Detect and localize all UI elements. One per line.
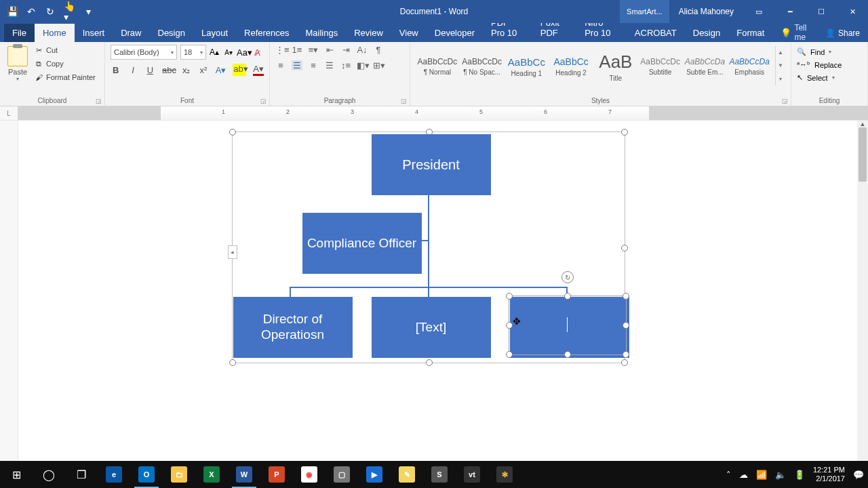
tell-me-search[interactable]: 💡Tell me <box>772 23 817 42</box>
scroll-thumb[interactable] <box>859 127 867 182</box>
style-item[interactable]: AaBbCcDaSubtle Em... <box>684 46 727 87</box>
vertical-ruler[interactable] <box>0 121 18 476</box>
clear-formatting-icon[interactable]: A̷ <box>251 47 263 58</box>
clipboard-launcher-icon[interactable]: ◲ <box>96 98 102 104</box>
multilevel-icon[interactable]: ≡▾ <box>308 45 319 55</box>
close-icon[interactable]: ✕ <box>837 0 868 23</box>
superscript-button[interactable]: x² <box>198 65 208 75</box>
clock[interactable]: 12:21 PM 2/1/2017 <box>813 466 845 483</box>
shape-handle[interactable] <box>506 351 513 358</box>
app-icon[interactable]: ✻ <box>488 461 521 488</box>
excel-icon[interactable]: X <box>195 461 228 488</box>
decrease-indent-icon[interactable]: ⇤ <box>324 45 335 55</box>
node-president[interactable]: President <box>372 134 491 195</box>
style-item[interactable]: AaBTitle <box>594 46 637 87</box>
tab-home[interactable]: Home <box>35 24 75 42</box>
format-painter-button[interactable]: 🖌Format Painter <box>34 72 96 83</box>
subscript-button[interactable]: x₂ <box>181 65 191 75</box>
font-launcher-icon[interactable]: ◲ <box>260 98 267 104</box>
replace-button[interactable]: ᵃ↔ᵇReplace <box>797 60 862 69</box>
share-button[interactable]: 👤Share <box>817 24 868 42</box>
smartart-object[interactable]: ◂ President Compliance Officer Director … <box>232 131 625 363</box>
file-explorer-icon[interactable]: 🗀 <box>163 461 195 488</box>
undo-icon[interactable]: ↶ <box>26 6 37 17</box>
tab-design[interactable]: Design <box>150 24 193 42</box>
tab-view[interactable]: View <box>391 24 427 42</box>
maximize-icon[interactable]: ☐ <box>806 0 837 23</box>
styles-launcher-icon[interactable]: ◲ <box>782 98 788 104</box>
shape-handle[interactable] <box>564 351 571 358</box>
document-area[interactable]: ◂ President Compliance Officer Director … <box>0 121 868 476</box>
save-icon[interactable]: 💾 <box>7 6 18 17</box>
bold-button[interactable]: B <box>111 65 121 75</box>
tab-selector[interactable]: L <box>0 106 18 120</box>
strikethrough-button[interactable]: abc <box>162 65 174 75</box>
minimize-icon[interactable]: ━ <box>774 0 806 23</box>
tray-overflow-icon[interactable]: ˄ <box>726 470 731 480</box>
node-compliance[interactable]: Compliance Officer <box>302 213 422 274</box>
ribbon-display-options-icon[interactable]: ▭ <box>743 0 774 23</box>
font-name-combo[interactable]: Calibri (Body)▾ <box>111 45 177 60</box>
shape-handle[interactable] <box>506 293 513 300</box>
cut-button[interactable]: ✂Cut <box>34 45 96 56</box>
wifi-icon[interactable]: 📶 <box>756 470 767 480</box>
tab-smartart-design[interactable]: Design <box>685 24 728 42</box>
italic-button[interactable]: I <box>127 65 138 75</box>
scroll-up-icon[interactable]: ▲ <box>857 121 868 127</box>
styles-gallery[interactable]: AaBbCcDc¶ NormalAaBbCcDc¶ No Spac...AaBb… <box>416 45 785 87</box>
highlight-icon[interactable]: ab▾ <box>233 64 246 76</box>
battery-icon[interactable]: 🔋 <box>794 470 805 480</box>
qat-more-icon[interactable]: ▾ <box>83 6 94 17</box>
shape-selection-frame[interactable] <box>509 296 627 355</box>
tab-developer[interactable]: Developer <box>427 24 483 42</box>
align-center-icon[interactable]: ☰ <box>292 60 302 70</box>
numbering-icon[interactable]: 1≡ <box>292 45 302 55</box>
style-item[interactable]: AaBbCcDcSubtitle <box>639 46 682 87</box>
styles-scroll[interactable]: ▲▼▾ <box>775 46 785 85</box>
sticky-notes-icon[interactable]: ✎ <box>391 461 423 488</box>
text-pane-toggle[interactable]: ◂ <box>228 245 237 259</box>
resize-handle[interactable] <box>621 245 628 251</box>
volume-icon[interactable]: 🔈 <box>775 470 786 480</box>
line-spacing-icon[interactable]: ↕≡ <box>340 60 351 70</box>
app-icon[interactable]: S <box>423 461 456 488</box>
style-item[interactable]: AaBbCcDaEmphasis <box>728 46 771 87</box>
horizontal-ruler[interactable]: L 1 2 3 4 5 6 7 <box>0 106 868 121</box>
style-item[interactable]: AaBbCcHeading 2 <box>549 46 593 87</box>
word-icon[interactable]: W <box>228 461 260 488</box>
resize-handle[interactable] <box>426 359 433 366</box>
bullets-icon[interactable]: ⋮≡ <box>275 45 286 55</box>
font-size-combo[interactable]: 18▾ <box>180 45 206 60</box>
font-color-icon[interactable]: A▾ <box>253 64 264 76</box>
shading-icon[interactable]: ◧▾ <box>357 60 368 70</box>
onedrive-icon[interactable]: ☁ <box>739 470 748 480</box>
resize-handle[interactable] <box>229 359 236 366</box>
shape-handle[interactable] <box>623 293 629 300</box>
borders-icon[interactable]: ⊞▾ <box>373 60 384 70</box>
tab-review[interactable]: Review <box>346 24 391 42</box>
shape-handle[interactable] <box>506 322 513 329</box>
select-button[interactable]: ↖Select▾ <box>797 73 862 82</box>
vertical-scrollbar[interactable]: ▲ ▼ <box>857 121 868 476</box>
edge-icon[interactable]: e <box>98 461 130 488</box>
tab-acrobat[interactable]: ACROBAT <box>627 24 685 42</box>
style-item[interactable]: AaBbCcHeading 1 <box>505 46 549 87</box>
shrink-font-icon[interactable]: A▾ <box>222 49 235 56</box>
tab-mailings[interactable]: Mailings <box>298 24 347 42</box>
app-icon[interactable]: ▢ <box>326 461 358 488</box>
paragraph-launcher-icon[interactable]: ◲ <box>401 98 407 104</box>
shape-handle[interactable] <box>623 322 629 329</box>
copy-button[interactable]: ⧉Copy <box>34 58 96 69</box>
grow-font-icon[interactable]: A▴ <box>208 47 220 57</box>
change-case-icon[interactable]: Aa▾ <box>237 47 249 58</box>
account-name[interactable]: Alicia Mahoney <box>669 7 743 16</box>
node-director-ops[interactable]: Director of Operatiosn <box>233 297 353 358</box>
rotate-handle[interactable]: ↻ <box>561 271 574 283</box>
align-left-icon[interactable]: ≡ <box>275 60 286 70</box>
start-button[interactable]: ⊞ <box>0 461 33 488</box>
chrome-icon[interactable]: ◉ <box>293 461 326 488</box>
app-icon[interactable]: ▶ <box>358 461 391 488</box>
resize-handle[interactable] <box>621 129 628 136</box>
cortana-icon[interactable]: ◯ <box>33 461 65 488</box>
resize-handle[interactable] <box>229 129 236 136</box>
